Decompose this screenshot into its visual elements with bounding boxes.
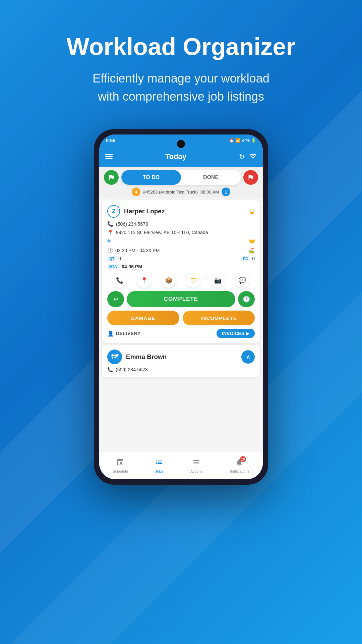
list-action-button[interactable]: ☰	[186, 273, 201, 288]
qt-value: 0	[118, 256, 121, 261]
app-bar-icons: ↻	[239, 152, 257, 161]
time-range: 03:30 PM - 04:30 PM	[115, 248, 160, 253]
person-row: 🤝	[249, 238, 255, 245]
phone-number: (506) 234-5678	[116, 221, 148, 227]
alarm-icon: ⏰	[229, 138, 234, 143]
address-row: 📍 9920 113 St, Fairview, AB T0H 1L0, Can…	[107, 229, 255, 235]
nav-jobs[interactable]: Jobs	[155, 458, 164, 473]
back-button[interactable]: ↩	[107, 291, 124, 307]
job2-phone-row: 📞 (506) 234-5678	[107, 367, 255, 372]
job-number: 2	[107, 205, 120, 218]
job-card-2: 🗺 Emma Brown ∧ 📞 (506) 234-5678	[102, 345, 260, 377]
badge-count-1: 4	[132, 187, 140, 196]
btn-row-2: DAMAGE INCOMPLETE	[107, 311, 255, 325]
jobs-label: Jobs	[155, 469, 164, 473]
truck-name: #45263 (Android Test Truck)	[143, 190, 198, 195]
tab-row: TO DO DONE	[104, 170, 258, 185]
nav-notifications[interactable]: 19 Notifications	[229, 458, 249, 473]
status-time: 5:55	[106, 138, 115, 143]
flag-detail-icon: ⛳	[248, 247, 255, 254]
job2-header: 🗺 Emma Brown ∧	[107, 350, 255, 364]
phone-screen: 5:55 ⏰ 📶 87% 🔋 Today ↻	[99, 135, 263, 479]
icons-row: # 🤝	[107, 238, 255, 245]
hash-icon: #	[107, 238, 113, 245]
app-bar-title: Today	[165, 152, 186, 161]
person-icon: 🤝	[249, 238, 255, 245]
notifications-label: Notifications	[229, 469, 249, 473]
battery-icon: 🔋	[251, 138, 256, 143]
job2-phone: (506) 234-5678	[116, 367, 148, 372]
address-text: 9920 113 St, Fairview, AB T0H 1L0, Canad…	[116, 230, 208, 235]
flag-half: ⛳	[248, 247, 255, 254]
pc-half: PC 0	[241, 256, 255, 261]
map-action-button[interactable]: 📍	[137, 273, 152, 288]
complete-row: ↩ COMPLETE 🕐	[107, 291, 255, 307]
incomplete-button[interactable]: INCOMPLETE	[183, 311, 255, 325]
pc-badge: PC	[241, 256, 250, 261]
package-action-button[interactable]: 📦	[161, 273, 176, 288]
tab-done[interactable]: DONE	[181, 170, 241, 185]
phone-row: 📞 (506) 234-5678	[107, 221, 255, 227]
eta-time: 04:06 PM	[122, 264, 142, 269]
nav-actions[interactable]: Actions	[190, 458, 202, 473]
time-row: 🕐 03:30 PM - 04:30 PM ⛳	[107, 247, 255, 254]
nav-schedule[interactable]: Schedule	[113, 458, 128, 473]
delivery-left: 👤 DELIVERY	[107, 330, 141, 337]
job-card-1: 2 Harper Lopez ⧉ 📞 (506) 234-5678 📍 9920…	[102, 200, 260, 343]
delivery-row: 👤 DELIVERY INVOICES ▶	[107, 329, 255, 338]
delivery-label: DELIVERY	[116, 331, 141, 336]
badge-count-2: 1	[222, 187, 230, 196]
location-icon: 📍	[107, 229, 113, 235]
delivery-person-icon: 👤	[107, 330, 114, 337]
qt-pc-row: QT 0 PC 0	[107, 256, 255, 261]
complete-button[interactable]: COMPLETE	[127, 291, 235, 307]
call-action-button[interactable]: 📞	[112, 273, 127, 288]
qt-badge: QT	[107, 256, 116, 261]
schedule-label: Schedule	[113, 469, 128, 473]
actions-icon	[192, 458, 200, 468]
camera-action-button[interactable]: 📷	[210, 273, 225, 288]
refresh-icon[interactable]: ↻	[239, 153, 245, 161]
truck-time: 08:00 AM	[200, 190, 219, 195]
tab-section: TO DO DONE 4 #45263 (Android Test Truck)	[99, 167, 263, 198]
job-name: Harper Lopez	[124, 208, 165, 215]
notifications-icon: 19	[235, 458, 243, 468]
message-action-button[interactable]: 💬	[235, 273, 250, 288]
notification-badge: 19	[240, 456, 246, 462]
wifi-icon: 📶	[235, 138, 240, 143]
actions-label: Actions	[190, 469, 202, 473]
page-title: Workload Organizer	[0, 34, 362, 60]
bottom-nav: Schedule Jobs Acti	[99, 452, 263, 479]
jobs-icon	[155, 458, 163, 468]
status-icons: ⏰ 📶 87% 🔋	[229, 138, 256, 143]
job2-avatar: 🗺	[107, 350, 122, 364]
eta-row: ETA 04:06 PM	[107, 264, 255, 270]
phone-frame: 5:55 ⏰ 📶 87% 🔋 Today ↻	[94, 129, 268, 485]
wifi-status-icon	[249, 152, 257, 161]
app-bar: Today ↻	[99, 147, 263, 167]
qt-half: QT 0	[107, 256, 121, 261]
phone-mockup: 5:55 ⏰ 📶 87% 🔋 Today ↻	[0, 129, 362, 485]
hash-row: #	[107, 238, 113, 245]
arrow-right-icon: ▶	[246, 331, 249, 336]
flag-button[interactable]	[104, 170, 119, 185]
battery-text: 87%	[242, 138, 250, 143]
page-subtitle: Efficiently manage your workloadwith com…	[0, 69, 362, 106]
clock-icon: 🕐	[107, 248, 113, 254]
scroll-content: TO DO DONE 4 #45263 (Android Test Truck)	[99, 167, 263, 452]
flag-red-button[interactable]	[243, 170, 258, 185]
pc-value: 0	[252, 256, 255, 261]
job2-name: Emma Brown	[126, 353, 167, 361]
job2-chevron[interactable]: ∧	[241, 350, 255, 364]
phone-icon: 📞	[107, 221, 113, 227]
eta-label: ETA	[107, 264, 119, 270]
menu-button[interactable]	[105, 154, 113, 159]
copy-icon[interactable]: ⧉	[249, 207, 255, 216]
time-half: 🕐 03:30 PM - 04:30 PM	[107, 247, 160, 254]
damage-button[interactable]: DAMAGE	[107, 311, 179, 325]
camera-notch	[177, 140, 185, 148]
invoices-button[interactable]: INVOICES ▶	[217, 329, 255, 338]
clock-button[interactable]: 🕐	[238, 291, 255, 307]
tab-todo[interactable]: TO DO	[121, 170, 181, 185]
job2-phone-icon: 📞	[107, 367, 113, 372]
